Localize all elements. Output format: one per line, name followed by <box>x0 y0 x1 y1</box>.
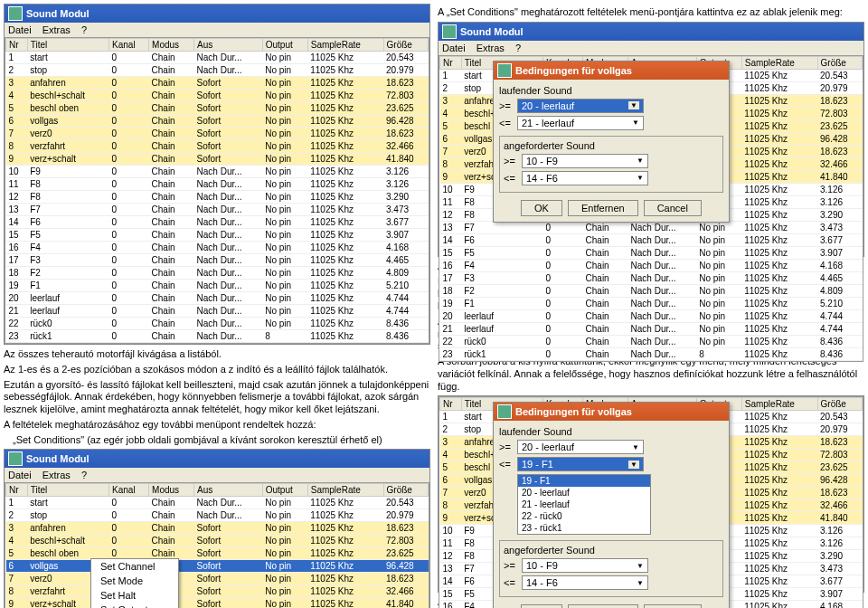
list-item[interactable]: 19 - F1 <box>518 475 650 487</box>
ctx-item[interactable]: Set Output <box>91 603 178 608</box>
dropdown-le-requested[interactable]: 14 - F6▼ <box>522 575 648 590</box>
dialog-title: Bedingungen für vollgas <box>515 65 632 76</box>
menu-datei[interactable]: Datei <box>442 43 466 53</box>
table-row[interactable]: 6vollgas0ChainSofortNo pin11025 Khz96.42… <box>6 560 429 573</box>
sound-table-2[interactable]: NrTitelKanalModusAusOutputSampleRateGröß… <box>5 482 429 608</box>
list-item[interactable]: 22 - rück0 <box>518 510 650 522</box>
label-le: <= <box>504 577 518 588</box>
menubar[interactable]: DateiExtras? <box>5 23 429 37</box>
fieldset-requested: angeforderter Sound >=10 - F9▼ <=14 - F6… <box>499 540 723 597</box>
table-row[interactable]: 15F50ChainNach Dur...No pin11025 Khz3.90… <box>440 246 863 259</box>
titlebar[interactable]: Sound Modul <box>5 450 429 468</box>
table-row[interactable]: 18F20ChainNach Dur...No pin11025 Khz4.80… <box>6 267 429 280</box>
ok-button[interactable]: OK <box>521 604 562 608</box>
dialog-titlebar[interactable]: Bedingungen für vollgas <box>494 403 729 421</box>
table-row[interactable]: 23rück10ChainNach Dur...811025 Khz8.436 <box>6 330 429 343</box>
entfernen-button[interactable]: Entfernen <box>568 604 638 608</box>
list-item[interactable]: 21 - leerlauf <box>518 499 650 510</box>
table-row[interactable]: 9verz+schalt0ChainSofortNo pin11025 Khz4… <box>6 598 429 608</box>
dropdown-ge-running[interactable]: 20 - leerlauf▼ <box>517 440 644 454</box>
ctx-item[interactable]: Set Halt <box>91 588 178 603</box>
table-row[interactable]: 11F80ChainNach Dur...No pin11025 Khz3.12… <box>6 178 429 191</box>
menu-extras[interactable]: Extras <box>42 470 71 480</box>
table-row[interactable]: 8verzfahrt0ChainSofortNo pin11025 Khz32.… <box>6 140 429 153</box>
table-row[interactable]: 2stop0ChainNach Dur...No pin11025 Khz20.… <box>6 64 429 77</box>
table-row[interactable]: 19F10ChainNach Dur...No pin11025 Khz5.21… <box>440 297 863 309</box>
menu-datei[interactable]: Datei <box>8 24 32 35</box>
dropdown-le-running[interactable]: 21 - leerlauf▼ <box>517 116 644 130</box>
menubar[interactable]: DateiExtras? <box>439 41 863 55</box>
table-row[interactable]: 16F40ChainNach Dur...No pin11025 Khz4.16… <box>440 259 863 271</box>
table-row[interactable]: 15F50ChainNach Dur...No pin11025 Khz3.90… <box>6 229 429 242</box>
menu-help[interactable]: ? <box>81 470 87 480</box>
text: A „Set Conditions" meghatározott feltéte… <box>438 6 864 19</box>
menubar[interactable]: DateiExtras? <box>5 468 429 482</box>
table-row[interactable]: 1start0ChainNach Dur...No pin11025 Khz20… <box>6 497 429 509</box>
table-row[interactable]: 14F60ChainNach Dur...No pin11025 Khz3.67… <box>6 216 429 229</box>
list-item[interactable]: 23 - rück1 <box>518 522 650 534</box>
table-row[interactable]: 5beschl oben0ChainSofortNo pin11025 Khz2… <box>6 547 429 560</box>
menu-datei[interactable]: Datei <box>8 470 32 480</box>
table-row[interactable]: 18F20ChainNach Dur...No pin11025 Khz4.80… <box>440 284 863 297</box>
ok-button[interactable]: OK <box>521 200 562 216</box>
table-row[interactable]: 10F90ChainNach Dur...No pin11025 Khz3.12… <box>6 166 429 178</box>
table-row[interactable]: 17F30ChainNach Dur...No pin11025 Khz4.46… <box>6 254 429 267</box>
window-title: Sound Modul <box>26 8 90 19</box>
label-ge: >= <box>499 442 514 452</box>
table-row[interactable]: 23rück10ChainNach Dur...811025 Khz8.436 <box>440 347 863 360</box>
table-row[interactable]: 20leerlauf0ChainNach Dur...No pin11025 K… <box>6 292 429 305</box>
app-icon <box>442 24 457 39</box>
table-row[interactable]: 20leerlauf0ChainNach Dur...No pin11025 K… <box>440 309 863 322</box>
menu-help[interactable]: ? <box>81 24 87 35</box>
table-row[interactable]: 21leerlauf0ChainNach Dur...No pin11025 K… <box>440 322 863 335</box>
table-row[interactable]: 4beschl+schalt0ChainSofortNo pin11025 Kh… <box>6 90 429 102</box>
ctx-item[interactable]: Set Channel <box>91 559 178 574</box>
chevron-down-icon: ▼ <box>637 562 644 570</box>
dropdown-list[interactable]: 19 - F120 - leerlauf21 - leerlauf22 - rü… <box>517 474 651 535</box>
table-row[interactable]: 4beschl+schalt0ChainSofortNo pin11025 Kh… <box>6 535 429 547</box>
table-row[interactable]: 16F40ChainNach Dur...No pin11025 Khz4.16… <box>6 242 429 254</box>
dropdown-ge-running[interactable]: 20 - leerlauf▼ <box>517 99 644 113</box>
table-row[interactable]: 21leerlauf0ChainNach Dur...No pin11025 K… <box>6 305 429 318</box>
entfernen-button[interactable]: Entfernen <box>568 200 638 216</box>
dropdown-ge-requested[interactable]: 10 - F9▼ <box>522 154 648 168</box>
ctx-item[interactable]: Set Mode <box>91 574 178 588</box>
titlebar[interactable]: Sound Modul <box>5 5 429 23</box>
label-angeforderter-sound: angeforderter Sound <box>504 545 719 556</box>
menu-help[interactable]: ? <box>515 43 521 53</box>
cancel-button[interactable]: Cancel <box>644 200 702 216</box>
table-row[interactable]: 6vollgas0ChainSofortNo pin11025 Khz96.42… <box>6 115 429 128</box>
text: „Set Conditions" (az egér jobb oldali go… <box>4 434 430 447</box>
chevron-down-icon: ▼ <box>628 101 639 109</box>
context-menu[interactable]: Set ChannelSet ModeSet HaltSet OutputSet… <box>90 558 179 608</box>
table-row[interactable]: 12F80ChainNach Dur...No pin11025 Khz3.29… <box>6 191 429 204</box>
table-row[interactable]: 1start0ChainNach Dur...No pin11025 Khz20… <box>6 52 429 64</box>
cancel-button[interactable]: Cancel <box>644 604 702 608</box>
table-row[interactable]: 5beschl oben0ChainSofortNo pin11025 Khz2… <box>6 102 429 115</box>
table-row[interactable]: 22rück00ChainNach Dur...No pin11025 Khz8… <box>6 318 429 330</box>
table-row[interactable]: 22rück00ChainNach Dur...No pin11025 Khz8… <box>440 335 863 347</box>
dropdown-le-running-open[interactable]: 19 - F1▼ <box>517 457 644 471</box>
dropdown-le-requested[interactable]: 14 - F6▼ <box>522 171 648 185</box>
table-row[interactable]: 13F70ChainNach Dur...No pin11025 Khz3.47… <box>6 204 429 216</box>
menu-extras[interactable]: Extras <box>476 43 505 53</box>
table-row[interactable]: 3anfahren0ChainSofortNo pin11025 Khz18.6… <box>6 77 429 90</box>
conditions-dialog-1: Bedingungen für vollgas laufender Sound … <box>493 61 730 223</box>
label-laufender-sound: laufender Sound <box>499 85 723 96</box>
dropdown-ge-requested[interactable]: 10 - F9▼ <box>522 558 648 573</box>
table-row[interactable]: 2stop0ChainNach Dur...No pin11025 Khz20.… <box>6 509 429 522</box>
table-row[interactable]: 19F10ChainNach Dur...No pin11025 Khz5.21… <box>6 280 429 292</box>
table-row[interactable]: 7verz00ChainSofortNo pin11025 Khz18.623 <box>6 573 429 585</box>
table-row[interactable]: 17F30ChainNach Dur...No pin11025 Khz4.46… <box>440 271 863 284</box>
table-row[interactable]: 8verzfahrt0ChainSofortNo pin11025 Khz32.… <box>6 585 429 598</box>
table-row[interactable]: 3anfahren0ChainSofortNo pin11025 Khz18.6… <box>6 522 429 535</box>
table-row[interactable]: 13F70ChainNach Dur...No pin11025 Khz3.47… <box>440 221 863 233</box>
table-row[interactable]: 9verz+schalt0ChainSofortNo pin11025 Khz4… <box>6 153 429 166</box>
table-row[interactable]: 14F60ChainNach Dur...No pin11025 Khz3.67… <box>440 233 863 246</box>
dialog-titlebar[interactable]: Bedingungen für vollgas <box>494 62 729 80</box>
table-row[interactable]: 7verz00ChainSofortNo pin11025 Khz18.623 <box>6 128 429 140</box>
titlebar[interactable]: Sound Modul <box>439 23 863 41</box>
sound-table-1[interactable]: NrTitelKanalModusAusOutputSampleRateGröß… <box>5 37 429 344</box>
list-item[interactable]: 20 - leerlauf <box>518 487 650 499</box>
menu-extras[interactable]: Extras <box>42 24 71 35</box>
